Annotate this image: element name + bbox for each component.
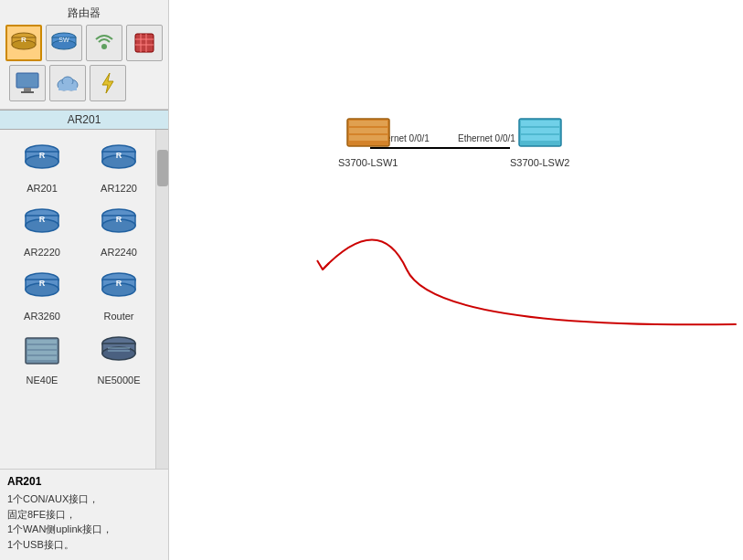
info-line-2: 固定8FE接口， bbox=[7, 507, 161, 523]
svg-text:R: R bbox=[39, 279, 46, 288]
svg-text:Ethernet 0/0/1: Ethernet 0/0/1 bbox=[458, 133, 515, 143]
device-icon-ar2240: R bbox=[97, 201, 141, 245]
device-label-router: Router bbox=[103, 311, 133, 322]
svg-marker-21 bbox=[102, 73, 113, 93]
svg-rect-15 bbox=[24, 88, 31, 91]
device-icon-ne40e bbox=[20, 329, 64, 373]
svg-point-53 bbox=[102, 347, 135, 360]
section-header: AR201 bbox=[0, 110, 168, 130]
device-label-ar2220: AR2220 bbox=[24, 247, 60, 258]
device-item-router[interactable]: R Router bbox=[82, 263, 155, 323]
svg-rect-66 bbox=[521, 135, 559, 141]
canvas-label-lsw1: S3700-LSW1 bbox=[338, 157, 398, 168]
main-canvas[interactable]: Ethernet 0/0/1 Ethernet 0/0/1 S3700-LSW1… bbox=[169, 0, 743, 560]
left-panel: 路由器 R SW bbox=[0, 0, 169, 560]
scrollbar-thumb[interactable] bbox=[157, 150, 168, 186]
device-item-ar2220[interactable]: R AR2220 bbox=[5, 199, 79, 259]
device-label-ar201: AR201 bbox=[27, 183, 58, 194]
svg-rect-9 bbox=[135, 34, 154, 52]
svg-rect-64 bbox=[521, 121, 559, 126]
svg-text:R: R bbox=[116, 279, 122, 288]
device-item-ne5000e[interactable]: NE5000E bbox=[82, 327, 155, 387]
device-icon-router: R bbox=[97, 265, 141, 309]
wireless-top-icon[interactable] bbox=[86, 25, 122, 61]
canvas-device-lsw2[interactable]: S3700-LSW2 bbox=[510, 117, 569, 168]
info-line-1: 1个CON/AUX接口， bbox=[7, 491, 161, 507]
svg-text:SW: SW bbox=[58, 37, 69, 43]
device-item-ar1220[interactable]: R AR1220 bbox=[82, 135, 155, 195]
svg-rect-65 bbox=[521, 128, 559, 133]
svg-rect-20 bbox=[58, 84, 77, 90]
svg-text:R: R bbox=[116, 215, 122, 224]
device-label-ar2240: AR2240 bbox=[101, 247, 137, 258]
canvas-connections-svg: Ethernet 0/0/1 Ethernet 0/0/1 bbox=[169, 0, 743, 560]
svg-rect-50 bbox=[27, 356, 57, 360]
second-icons-grid bbox=[4, 61, 165, 105]
device-icon-ar3260: R bbox=[20, 265, 64, 309]
info-line-3: 1个WAN侧uplink接口， bbox=[7, 522, 161, 537]
svg-text:R: R bbox=[39, 151, 46, 160]
info-title: AR201 bbox=[7, 475, 161, 488]
device-grid: R AR201 R AR1220 bbox=[0, 130, 168, 393]
top-icons-section: 路由器 R SW bbox=[0, 0, 168, 110]
device-grid-wrapper: R AR201 R AR1220 bbox=[0, 130, 168, 469]
monitor-top-icon[interactable] bbox=[9, 65, 46, 101]
info-panel: AR201 1个CON/AUX接口， 固定8FE接口， 1个WAN侧uplink… bbox=[0, 469, 168, 560]
cloud-top-icon[interactable] bbox=[49, 65, 86, 101]
switch-top-icon[interactable]: SW bbox=[46, 25, 82, 61]
device-icon-ne5000e bbox=[97, 329, 141, 373]
svg-rect-14 bbox=[16, 73, 38, 88]
device-icon-ar2220: R bbox=[20, 201, 64, 245]
device-icon-ar1220: R bbox=[97, 137, 141, 181]
svg-rect-60 bbox=[349, 121, 387, 126]
svg-text:R: R bbox=[116, 151, 122, 160]
device-item-ne40e[interactable]: NE40E bbox=[5, 327, 79, 387]
info-text: 1个CON/AUX接口， 固定8FE接口， 1个WAN侧uplink接口， 1个… bbox=[7, 491, 161, 552]
svg-text:R: R bbox=[39, 215, 46, 224]
svg-rect-47 bbox=[27, 340, 57, 343]
device-list-scrollbar[interactable] bbox=[155, 130, 168, 469]
canvas-label-lsw2: S3700-LSW2 bbox=[510, 157, 569, 168]
svg-rect-16 bbox=[21, 91, 34, 93]
svg-rect-61 bbox=[349, 128, 387, 133]
canvas-device-lsw1[interactable]: S3700-LSW1 bbox=[338, 117, 398, 168]
top-icons-grid: R SW bbox=[4, 25, 165, 61]
device-item-ar2240[interactable]: R AR2240 bbox=[82, 199, 155, 259]
device-label-ne5000e: NE5000E bbox=[97, 375, 140, 386]
device-list-container: R AR201 R AR1220 bbox=[0, 130, 168, 469]
device-icon-ar201: R bbox=[20, 137, 64, 181]
svg-rect-62 bbox=[349, 135, 387, 141]
device-item-ar201[interactable]: R AR201 bbox=[5, 135, 79, 195]
svg-rect-49 bbox=[27, 351, 57, 354]
info-line-4: 1个USB接口。 bbox=[7, 537, 161, 553]
svg-text:R: R bbox=[21, 36, 27, 44]
svg-rect-48 bbox=[27, 345, 57, 349]
lightning-top-icon[interactable] bbox=[90, 65, 126, 101]
device-label-ne40e: NE40E bbox=[27, 375, 58, 386]
svg-point-8 bbox=[101, 44, 107, 49]
firewall-top-icon[interactable] bbox=[126, 25, 163, 61]
device-item-ar3260[interactable]: R AR3260 bbox=[5, 263, 79, 323]
device-label-ar3260: AR3260 bbox=[24, 311, 60, 322]
router-top-icon[interactable]: R bbox=[5, 25, 42, 61]
top-section-label: 路由器 bbox=[4, 4, 165, 25]
device-label-ar1220: AR1220 bbox=[101, 183, 137, 194]
